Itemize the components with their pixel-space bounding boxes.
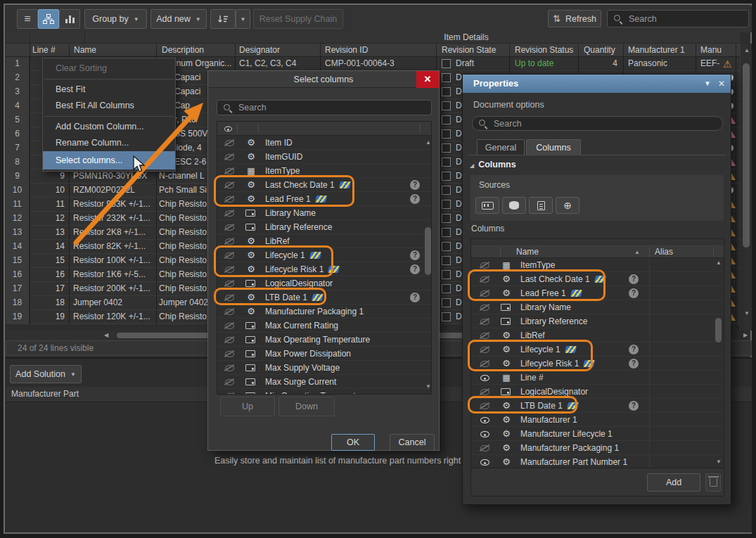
column-list-item[interactable]: LogicalDesignator bbox=[471, 385, 724, 399]
eye-slash-icon[interactable] bbox=[480, 387, 490, 396]
revision-state-checkbox[interactable] bbox=[442, 172, 451, 181]
column-header-revision-id[interactable]: Revision ID bbox=[325, 45, 434, 55]
column-list-item[interactable]: Library Name bbox=[471, 300, 724, 314]
column-header-description[interactable]: Description bbox=[162, 45, 236, 55]
add-solution-button[interactable]: Add Solution▼ bbox=[10, 365, 82, 383]
eye-slash-icon[interactable] bbox=[224, 391, 235, 395]
column-list-item[interactable]: Library Name bbox=[217, 206, 431, 220]
column-list-item[interactable]: ⚙Last Check Date 1? bbox=[217, 178, 431, 192]
eye-slash-icon[interactable] bbox=[224, 293, 235, 302]
help-icon[interactable]: ? bbox=[629, 274, 639, 284]
properties-search[interactable] bbox=[472, 116, 723, 131]
column-header-revision-state[interactable]: Revision State bbox=[442, 45, 506, 55]
menu-item-select-columns[interactable]: Select columns... bbox=[43, 151, 175, 169]
column-list-item[interactable]: ⚙Manufacturer Lifecycle 1 bbox=[471, 427, 724, 441]
eye-slash-icon[interactable] bbox=[224, 222, 235, 231]
help-icon[interactable]: ? bbox=[629, 359, 639, 369]
vertical-scrollbar-thumb[interactable] bbox=[743, 63, 750, 248]
column-list-item[interactable]: ⚙LibRef bbox=[217, 234, 431, 248]
revision-state-checkbox[interactable] bbox=[442, 59, 451, 68]
column-header-manufacturer-1[interactable]: Manufacturer 1 bbox=[628, 45, 693, 55]
add-new-button[interactable]: Add new▼ bbox=[150, 9, 207, 29]
revision-state-checkbox[interactable] bbox=[442, 158, 451, 167]
alias-column-header[interactable]: Alias bbox=[655, 247, 673, 257]
panel-pin-icon[interactable]: ▼ bbox=[701, 75, 714, 93]
column-list-item[interactable]: ⚙LibRef bbox=[471, 328, 724, 342]
column-list-item[interactable]: ⚙LTB Date 1? bbox=[471, 399, 724, 413]
column-header-manu[interactable]: Manu bbox=[700, 45, 733, 55]
scroll-left-icon[interactable]: ◀ bbox=[104, 333, 108, 338]
eye-slash-icon[interactable] bbox=[224, 264, 235, 274]
eye-icon[interactable] bbox=[480, 457, 490, 466]
column-list-item[interactable]: Library Reference bbox=[471, 314, 724, 328]
revision-state-checkbox[interactable] bbox=[442, 312, 451, 321]
eye-slash-icon[interactable] bbox=[480, 274, 490, 283]
dialog-scrollbar-thumb[interactable] bbox=[425, 227, 431, 275]
eye-slash-icon[interactable] bbox=[224, 194, 235, 203]
column-list-item[interactable]: ▦ItemType bbox=[471, 258, 724, 272]
help-icon[interactable]: ? bbox=[629, 345, 639, 354]
eye-slash-icon[interactable] bbox=[224, 236, 235, 245]
eye-slash-icon[interactable] bbox=[480, 316, 490, 326]
document-source-button[interactable] bbox=[529, 197, 553, 214]
refresh-button[interactable]: ⇅ Refresh bbox=[548, 10, 601, 27]
add-column-button[interactable]: Add bbox=[647, 473, 700, 492]
toolbar-search-input[interactable] bbox=[627, 13, 743, 25]
sort-options-dropdown[interactable]: ▼ bbox=[236, 9, 250, 29]
cancel-button[interactable]: Cancel bbox=[390, 434, 435, 451]
eye-slash-icon[interactable] bbox=[224, 278, 235, 288]
column-list-item[interactable]: ⚙Last Check Date 1? bbox=[471, 272, 724, 286]
eye-icon[interactable] bbox=[480, 415, 490, 424]
footprint-source-button[interactable] bbox=[475, 197, 499, 214]
eye-slash-icon[interactable] bbox=[224, 138, 235, 147]
eye-slash-icon[interactable] bbox=[480, 345, 490, 354]
scroll-down-icon[interactable]: ▼ bbox=[744, 311, 750, 316]
column-list-item[interactable]: Library Reference bbox=[217, 220, 431, 234]
eye-slash-icon[interactable] bbox=[224, 377, 235, 386]
eye-slash-icon[interactable] bbox=[480, 401, 490, 410]
revision-state-checkbox[interactable] bbox=[442, 228, 451, 237]
properties-scrollbar-thumb[interactable] bbox=[715, 318, 722, 342]
column-list-item[interactable]: ⚙Manufacturer Part Number 1 bbox=[471, 455, 724, 468]
column-list-item[interactable]: ⚙Lead Free 1? bbox=[471, 286, 724, 300]
revision-state-checkbox[interactable] bbox=[442, 186, 451, 195]
column-header-name[interactable]: Name bbox=[74, 45, 155, 55]
help-icon[interactable]: ? bbox=[410, 180, 420, 190]
sort-button[interactable] bbox=[210, 9, 236, 29]
menu-item-add-custom-column[interactable]: Add Custom Column... bbox=[43, 119, 175, 135]
tab-general[interactable]: General bbox=[477, 139, 525, 155]
server-source-button[interactable]: ⊕ bbox=[556, 197, 579, 214]
column-header-line-[interactable]: Line # bbox=[32, 45, 68, 55]
scroll-up-icon[interactable]: ▲ bbox=[744, 48, 750, 53]
menu-item-best-fit-all-columns[interactable]: Best Fit All Columns bbox=[43, 98, 175, 114]
help-icon[interactable]: ? bbox=[410, 264, 420, 274]
eye-slash-icon[interactable] bbox=[224, 166, 235, 175]
scroll-down-icon[interactable]: ▼ bbox=[425, 384, 431, 390]
close-icon[interactable]: ✕ bbox=[715, 75, 728, 93]
columns-section-header[interactable]: ◢Columns bbox=[470, 160, 516, 169]
revision-state-checkbox[interactable] bbox=[442, 87, 451, 96]
revision-state-checkbox[interactable] bbox=[442, 73, 451, 82]
eye-slash-icon[interactable] bbox=[224, 152, 235, 161]
scroll-up-icon[interactable]: ▲ bbox=[425, 140, 431, 146]
column-list-item[interactable]: ▦ItemType bbox=[217, 164, 431, 178]
eye-icon[interactable] bbox=[480, 373, 490, 382]
column-list-item[interactable]: ⚙LTB Date 1? bbox=[217, 290, 431, 305]
revision-state-checkbox[interactable] bbox=[442, 101, 451, 110]
eye-slash-icon[interactable] bbox=[224, 208, 235, 217]
revision-state-checkbox[interactable] bbox=[442, 129, 451, 139]
revision-state-checkbox[interactable] bbox=[442, 256, 451, 265]
eye-slash-icon[interactable] bbox=[480, 359, 490, 368]
column-header-revision-status[interactable]: Revision Status bbox=[515, 45, 577, 55]
eye-slash-icon[interactable] bbox=[224, 363, 235, 372]
eye-slash-icon[interactable] bbox=[480, 302, 490, 312]
eye-slash-icon[interactable] bbox=[480, 288, 490, 297]
move-up-button[interactable]: Up bbox=[220, 397, 275, 416]
list-view-button[interactable]: ≡ bbox=[17, 9, 38, 29]
column-list-item[interactable]: Max Operating Temperature bbox=[217, 333, 431, 347]
revision-state-checkbox[interactable] bbox=[442, 143, 451, 153]
column-list-item[interactable]: ⚙Manufacturer Packaging 1 bbox=[471, 441, 724, 455]
column-list-item[interactable]: LogicalDesignator bbox=[217, 276, 431, 290]
revision-state-checkbox[interactable] bbox=[442, 214, 451, 223]
column-list-item[interactable]: ⚙Lead Free 1? bbox=[217, 192, 431, 206]
